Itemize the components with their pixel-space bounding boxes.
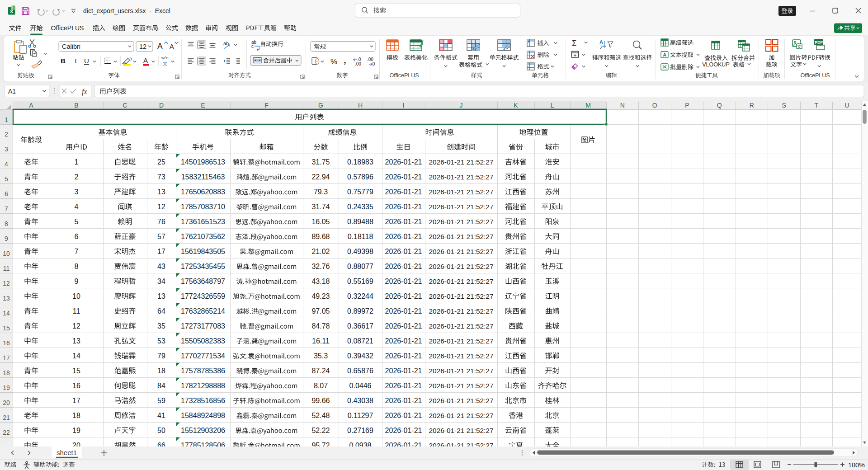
svg-text:0.18983: 0.18983 — [347, 158, 373, 166]
svg-text:17273177083: 17273177083 — [181, 322, 225, 330]
svg-text:53: 53 — [157, 337, 165, 345]
svg-text:12: 12 — [157, 203, 165, 211]
svg-text:0.24335: 0.24335 — [347, 203, 373, 211]
svg-text:79.3: 79.3 — [314, 188, 328, 196]
svg-text:0.11297: 0.11297 — [348, 412, 373, 419]
svg-text:22: 22 — [3, 429, 10, 436]
svg-text:Z: Z — [600, 45, 603, 50]
svg-text:A: A — [29, 102, 33, 109]
svg-text:c: c — [251, 44, 254, 49]
svg-text:79: 79 — [157, 352, 165, 360]
svg-text:17: 17 — [157, 248, 165, 255]
svg-text:OfficePLUS: OfficePLUS — [800, 72, 830, 79]
svg-text:7: 7 — [5, 205, 8, 212]
svg-text:2026-01-21 21:52:27: 2026-01-21 21:52:27 — [429, 158, 494, 166]
svg-text:2026-01-21: 2026-01-21 — [385, 218, 422, 226]
svg-text:N: N — [620, 102, 625, 109]
svg-text:0.08721: 0.08721 — [347, 337, 373, 345]
svg-text:32.76: 32.76 — [311, 263, 330, 270]
svg-text:OfficePLUS: OfficePLUS — [389, 72, 419, 79]
svg-text:17821298888: 17821298888 — [181, 382, 225, 390]
svg-text:17: 17 — [3, 354, 10, 362]
svg-text:2026-01-21 21:52:27: 2026-01-21 21:52:27 — [429, 307, 494, 315]
svg-text:2026-01-21 21:52:27: 2026-01-21 21:52:27 — [429, 427, 494, 434]
svg-text:0.39432: 0.39432 — [347, 352, 373, 360]
svg-text:31.74: 31.74 — [311, 203, 330, 211]
svg-text:0.49398: 0.49398 — [347, 248, 373, 255]
svg-text:18: 18 — [157, 367, 165, 375]
svg-text:15: 15 — [3, 324, 10, 332]
svg-text:17724326559: 17724326559 — [181, 292, 225, 300]
svg-text:2026-01-21: 2026-01-21 — [385, 248, 422, 255]
svg-text:35: 35 — [157, 322, 165, 330]
svg-text:10: 10 — [3, 250, 10, 257]
svg-text:7: 7 — [75, 248, 79, 255]
svg-text:20: 20 — [3, 399, 10, 406]
svg-text:12: 12 — [3, 280, 10, 287]
svg-text:5: 5 — [5, 175, 8, 183]
svg-text:2026-01-21 21:52:27: 2026-01-21 21:52:27 — [429, 277, 494, 285]
svg-text:2026-01-21 21:52:27: 2026-01-21 21:52:27 — [429, 337, 494, 345]
svg-text:2026-01-21 21:52:27: 2026-01-21 21:52:27 — [429, 248, 494, 255]
svg-text:F: F — [264, 102, 269, 109]
svg-text:8.07: 8.07 — [314, 382, 328, 390]
svg-text:U: U — [84, 57, 89, 65]
svg-text:2026-01-21 21:52:27: 2026-01-21 21:52:27 — [429, 203, 494, 211]
svg-text:0.65876: 0.65876 — [347, 367, 373, 375]
svg-text:13: 13 — [157, 188, 165, 196]
svg-text:I: I — [75, 57, 77, 65]
svg-text:15832115463: 15832115463 — [181, 173, 225, 181]
svg-text:100%: 100% — [848, 461, 865, 469]
svg-text:25: 25 — [157, 158, 165, 166]
svg-text:2026-01-21: 2026-01-21 — [385, 307, 422, 315]
svg-text:87.24: 87.24 — [311, 367, 330, 375]
svg-text:OfficePLUS: OfficePLUS — [51, 24, 84, 32]
svg-text:18: 18 — [3, 369, 10, 376]
svg-text:0.36617: 0.36617 — [347, 322, 373, 330]
svg-text:17650620883: 17650620883 — [181, 188, 225, 196]
svg-text:.00: .00 — [355, 61, 361, 66]
svg-text:16: 16 — [72, 382, 80, 390]
svg-text:13: 13 — [72, 337, 80, 345]
svg-text:Σ: Σ — [572, 39, 576, 47]
svg-text:2026-01-21: 2026-01-21 — [385, 203, 422, 211]
svg-text:E: E — [201, 102, 205, 109]
svg-text:16.11: 16.11 — [312, 337, 330, 345]
svg-text:4: 4 — [5, 160, 8, 168]
svg-text:A: A — [663, 52, 666, 57]
svg-text:21.02: 21.02 — [311, 248, 330, 255]
svg-text:A1: A1 — [8, 88, 16, 95]
svg-text:0.57896: 0.57896 — [347, 173, 373, 181]
svg-text:43.18: 43.18 — [311, 277, 330, 285]
svg-text:0.55169: 0.55169 — [347, 277, 373, 285]
svg-text:17632865214: 17632865214 — [181, 307, 225, 315]
svg-text:2026-01-21: 2026-01-21 — [385, 277, 422, 285]
svg-text:73: 73 — [157, 173, 165, 181]
svg-text:3: 3 — [5, 146, 8, 153]
svg-text:0.89488: 0.89488 — [347, 218, 373, 226]
svg-text:15619843505: 15619843505 — [181, 248, 225, 255]
svg-text:VLOOKUP: VLOOKUP — [702, 61, 729, 68]
svg-text:8: 8 — [75, 263, 79, 270]
svg-text:21: 21 — [3, 414, 10, 421]
svg-text:15512903206: 15512903206 — [181, 427, 225, 434]
svg-text:31.75: 31.75 — [311, 158, 330, 166]
svg-text:17328516856: 17328516856 — [181, 397, 225, 404]
svg-text:76: 76 — [157, 218, 165, 226]
svg-text:11: 11 — [3, 265, 10, 272]
svg-text:2026-01-21 21:52:27: 2026-01-21 21:52:27 — [429, 412, 494, 419]
svg-text:0.89972: 0.89972 — [347, 307, 373, 315]
svg-text:O: O — [652, 102, 657, 109]
svg-text:ab: ab — [223, 41, 229, 46]
svg-text:2026-01-21 21:52:27: 2026-01-21 21:52:27 — [429, 173, 494, 181]
svg-text:A: A — [143, 56, 148, 64]
svg-text:2026-01-21: 2026-01-21 — [385, 233, 422, 240]
svg-text:97.05: 97.05 — [311, 307, 330, 315]
svg-text:13: 13 — [3, 295, 10, 302]
svg-text:12: 12 — [72, 322, 80, 330]
svg-text:2026-01-21 21:52:27: 2026-01-21 21:52:27 — [429, 352, 494, 360]
svg-text:0.32244: 0.32244 — [347, 292, 373, 300]
svg-text:84: 84 — [157, 382, 165, 390]
svg-text:17621073562: 17621073562 — [181, 233, 225, 240]
svg-text:52.22: 52.22 — [311, 427, 330, 434]
